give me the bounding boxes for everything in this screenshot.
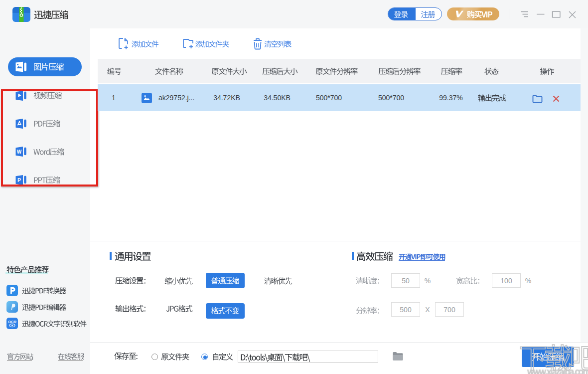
svg-text:OCR: OCR <box>8 320 16 324</box>
